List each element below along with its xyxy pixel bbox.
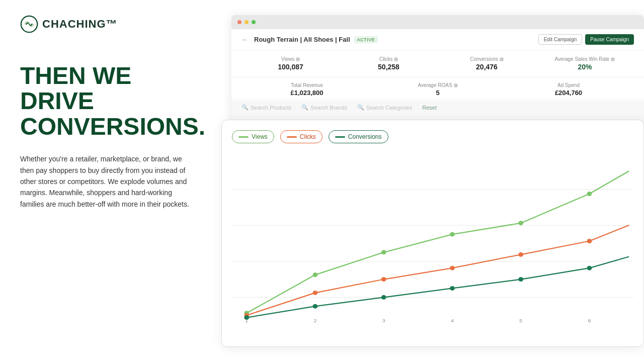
window-minimize-dot bbox=[245, 20, 249, 24]
logo: CHACHING™ bbox=[20, 15, 191, 33]
conversions-value: 20,476 bbox=[438, 63, 536, 71]
views-point-3 bbox=[381, 250, 386, 254]
clicks-info-icon bbox=[394, 57, 398, 61]
stat-views: Views 100,087 bbox=[242, 56, 340, 71]
reset-label: Reset bbox=[422, 105, 437, 111]
clicks-point-5 bbox=[518, 252, 523, 257]
chart-panel: Views Clicks Conversions bbox=[221, 120, 644, 347]
x-label-4: 4 bbox=[451, 318, 454, 323]
clicks-line-icon bbox=[287, 136, 297, 138]
campaign-name: Rough Terrain | All Shoes | Fall bbox=[254, 36, 350, 43]
win-rate-info-icon bbox=[611, 57, 615, 61]
search-categories-icon: 🔍 bbox=[357, 104, 364, 111]
win-rate-label: Average Sales Win Rate bbox=[555, 56, 610, 62]
left-panel: CHACHING™ THEN WE DRIVE CONVERSIONS. Whe… bbox=[0, 0, 211, 362]
clicks-value: 50,258 bbox=[340, 63, 438, 71]
views-point-6 bbox=[587, 192, 592, 196]
right-panel: ← Rough Terrain | All Shoes | Fall ACTIV… bbox=[216, 0, 644, 362]
legend-conversions-button[interactable]: Conversions bbox=[329, 130, 388, 143]
views-label: Views bbox=[281, 56, 295, 62]
conversions-line-icon bbox=[335, 136, 345, 138]
stat-conversions: Conversions 20,476 bbox=[438, 56, 536, 71]
campaign-header: ← Rough Terrain | All Shoes | Fall ACTIV… bbox=[231, 29, 644, 50]
ad-spend-value: £204,760 bbox=[503, 89, 634, 97]
search-products-label: Search Products bbox=[251, 105, 291, 111]
legend-clicks-label: Clicks bbox=[300, 133, 316, 140]
hero-line1: THEN WE DRIVE bbox=[20, 62, 131, 114]
logo-text: CHACHING™ bbox=[42, 18, 118, 31]
roas-label: Average ROAS bbox=[418, 82, 452, 88]
search-brands-label: Search Brands bbox=[310, 105, 347, 111]
views-info-icon bbox=[296, 57, 300, 61]
chart-svg: 1 2 3 4 5 6 APRIL bbox=[232, 153, 633, 324]
stat-clicks: Clicks 50,258 bbox=[340, 56, 438, 71]
x-label-3: 3 bbox=[382, 318, 385, 323]
clicks-point-6 bbox=[587, 239, 592, 243]
conversions-label: Conversions bbox=[470, 56, 498, 62]
conversions-point-6 bbox=[587, 266, 592, 270]
conversions-point-2 bbox=[313, 304, 318, 309]
hero-headline: THEN WE DRIVE CONVERSIONS. bbox=[20, 63, 191, 139]
hero-line2: CONVERSIONS. bbox=[20, 113, 205, 140]
legend-clicks-button[interactable]: Clicks bbox=[280, 130, 323, 143]
chaching-logo-icon bbox=[20, 15, 38, 33]
clicks-label: Clicks bbox=[379, 56, 393, 62]
clicks-chart-line bbox=[247, 225, 628, 315]
ad-spend: Ad Spend £204,760 bbox=[503, 82, 634, 97]
views-point-2 bbox=[313, 273, 318, 277]
conversions-point-3 bbox=[381, 295, 386, 300]
search-row: 🔍 Search Products 🔍 Search Brands 🔍 Sear… bbox=[231, 99, 644, 117]
average-roas: Average ROAS 5 bbox=[372, 82, 503, 97]
roas-value: 5 bbox=[372, 89, 503, 97]
total-revenue-label: Total Revenue bbox=[291, 82, 323, 88]
ad-spend-label: Ad Spend bbox=[557, 82, 580, 88]
revenue-row: Total Revenue £1,023,800 Average ROAS 5 … bbox=[231, 77, 644, 102]
active-badge: ACTIVE bbox=[354, 36, 378, 43]
win-rate-value: 20% bbox=[536, 63, 634, 71]
views-line-icon bbox=[238, 136, 249, 138]
x-label-6: 6 bbox=[588, 318, 591, 323]
roas-info-icon bbox=[454, 83, 458, 87]
conversions-point-5 bbox=[518, 277, 523, 282]
search-brands: 🔍 Search Brands bbox=[301, 104, 347, 111]
search-products-icon: 🔍 bbox=[242, 104, 249, 111]
chart-area: 1 2 3 4 5 6 APRIL bbox=[232, 153, 633, 324]
window-maximize-dot bbox=[252, 20, 256, 24]
legend-row: Views Clicks Conversions bbox=[232, 130, 633, 143]
total-revenue-value: £1,023,800 bbox=[242, 89, 372, 97]
campaign-title-area: ← Rough Terrain | All Shoes | Fall ACTIV… bbox=[242, 36, 378, 43]
legend-conversions-label: Conversions bbox=[348, 133, 382, 140]
pause-campaign-button[interactable]: Pause Campaign bbox=[585, 34, 634, 45]
conversions-chart-line bbox=[247, 257, 628, 318]
conversions-point-4 bbox=[450, 286, 455, 291]
back-arrow[interactable]: ← bbox=[242, 36, 248, 43]
browser-bar bbox=[231, 15, 644, 29]
x-label-1: 1 bbox=[245, 318, 248, 323]
views-point-4 bbox=[450, 232, 455, 237]
search-brands-icon: 🔍 bbox=[301, 104, 308, 111]
views-point-5 bbox=[518, 221, 523, 225]
legend-views-label: Views bbox=[252, 133, 268, 140]
conversions-info-icon bbox=[500, 57, 504, 61]
legend-views-button[interactable]: Views bbox=[232, 130, 274, 143]
stat-win-rate: Average Sales Win Rate 20% bbox=[536, 56, 634, 71]
views-value: 100,087 bbox=[242, 63, 340, 71]
reset-button[interactable]: Reset bbox=[422, 105, 437, 111]
header-buttons: Edit Campaign Pause Campaign bbox=[538, 34, 634, 45]
search-products: 🔍 Search Products bbox=[242, 104, 291, 111]
clicks-point-4 bbox=[450, 266, 455, 270]
clicks-point-3 bbox=[381, 277, 386, 282]
clicks-point-2 bbox=[313, 291, 318, 295]
x-label-5: 5 bbox=[519, 318, 522, 323]
window-close-dot bbox=[237, 20, 242, 24]
edit-campaign-button[interactable]: Edit Campaign bbox=[538, 34, 583, 45]
stats-row: Views 100,087 Clicks 50,258 Conversions … bbox=[231, 50, 644, 77]
body-copy: Whether you're a retailer, marketplace, … bbox=[20, 153, 191, 210]
total-revenue: Total Revenue £1,023,800 bbox=[242, 82, 372, 97]
search-categories-label: Search Categories bbox=[366, 105, 412, 111]
views-chart-line bbox=[247, 171, 628, 313]
x-label-2: 2 bbox=[313, 318, 316, 323]
search-categories: 🔍 Search Categories bbox=[357, 104, 412, 111]
